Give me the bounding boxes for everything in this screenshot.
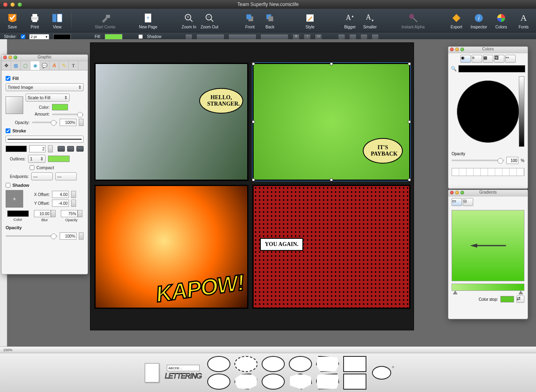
cloud-balloon-icon[interactable]	[289, 356, 312, 372]
jagged-balloon-icon[interactable]	[234, 374, 258, 390]
color-wheel-tab[interactable]: ◉	[460, 55, 471, 63]
color-palettes-tab[interactable]: ▦	[483, 55, 493, 63]
tab-effect[interactable]: ✎	[59, 61, 69, 70]
image-palette-tab[interactable]: 🖼	[494, 55, 504, 63]
saved-swatches[interactable]	[452, 168, 524, 176]
endpoint-start-select[interactable]: —	[31, 172, 53, 180]
fill-checkbox[interactable]	[6, 76, 10, 81]
new-page-button[interactable]: + New Page	[139, 12, 157, 29]
burst-balloon-icon[interactable]	[316, 356, 339, 372]
zoom-icon[interactable]	[14, 56, 17, 59]
speech-balloon-icon[interactable]	[207, 356, 230, 372]
blur-field[interactable]: 10.00	[34, 210, 51, 217]
resize-handle[interactable]	[252, 62, 255, 65]
view-button[interactable]: View	[49, 12, 66, 29]
stroke-pos-3[interactable]	[76, 146, 84, 152]
fill-color-swatch[interactable]	[105, 34, 122, 40]
whisper-balloon-icon[interactable]	[234, 356, 258, 372]
tab-text[interactable]: T	[69, 61, 78, 70]
align-left-button[interactable]	[185, 34, 192, 40]
shadow-color-swatch[interactable]	[7, 210, 29, 217]
shout-balloon-icon[interactable]	[289, 374, 312, 390]
tab-panel[interactable]: ▢	[21, 61, 30, 70]
radial-gradient-tab[interactable]: ◎	[463, 198, 473, 206]
zoom-in-button[interactable]: + Zoom In	[180, 12, 197, 29]
comic-panel-2[interactable]: IT'S PAYBACK	[252, 63, 410, 181]
stepper[interactable]	[48, 145, 53, 152]
close-icon[interactable]	[450, 191, 454, 194]
color-wheel[interactable]	[457, 80, 519, 143]
zoom-icon[interactable]	[460, 191, 464, 194]
stroke-style-select[interactable]	[6, 136, 84, 143]
comic-panel-4[interactable]: YOU AGAIN.	[252, 185, 410, 309]
front-button[interactable]: Front	[242, 12, 258, 29]
gradient-stop-handle[interactable]	[518, 290, 523, 294]
fill-opacity-slider[interactable]	[32, 122, 57, 123]
gradient-bar[interactable]	[452, 284, 524, 291]
minimize-window-icon[interactable]	[10, 2, 15, 7]
sound-effect-text[interactable]: KAPOW!	[154, 269, 246, 307]
bigger-button[interactable]: A▲ Bigger	[342, 12, 358, 29]
minimize-icon[interactable]	[455, 191, 459, 194]
x-offset-field[interactable]: 4.00	[52, 191, 69, 198]
rect-balloon-icon[interactable]	[343, 356, 366, 372]
tab-balloon[interactable]: 💬	[40, 61, 50, 70]
stroke-checkbox[interactable]	[6, 128, 10, 133]
fill-image-well[interactable]	[6, 96, 23, 114]
start-comic-button[interactable]: Start Comic	[95, 12, 116, 29]
gradient-direction-arrow[interactable]	[470, 244, 506, 248]
resize-handle[interactable]	[408, 178, 411, 181]
font-family-select[interactable]	[196, 34, 224, 40]
stroke-toggle[interactable]	[21, 34, 25, 39]
stepper[interactable]	[51, 210, 56, 217]
add-balloon-icon[interactable]	[372, 366, 391, 380]
fill-mode-select[interactable]: Tinted Image⇕	[6, 83, 84, 91]
gradient-preview[interactable]	[452, 210, 524, 281]
stepper[interactable]	[71, 200, 76, 207]
comic-canvas[interactable]: HELLO, STRANGER. IT'S PAYBACK KAPOW! YOU…	[90, 42, 414, 330]
color-sliders-tab[interactable]: ≡	[472, 55, 482, 63]
caption-template[interactable]: ABCDE…	[167, 365, 200, 371]
resize-handle[interactable]	[330, 178, 333, 181]
shadow-opacity-field[interactable]: 75%	[61, 210, 78, 217]
fill-opacity-field[interactable]: 100%	[60, 119, 76, 126]
speech-bubble-1[interactable]: HELLO, STRANGER.	[199, 88, 243, 114]
stepper[interactable]	[71, 191, 76, 198]
lettering-template[interactable]: LETTERING	[165, 372, 202, 380]
tab-fill[interactable]: ◉	[30, 61, 40, 70]
shadow-toggle[interactable]	[138, 34, 143, 39]
close-window-icon[interactable]	[3, 2, 8, 7]
comic-panel-3[interactable]: KAPOW!	[94, 185, 248, 309]
smaller-button[interactable]: A▼ Smaller	[362, 12, 378, 29]
speech-balloon-2-icon[interactable]	[207, 374, 230, 390]
stepper[interactable]	[79, 119, 84, 126]
amount-slider[interactable]	[52, 114, 84, 115]
stroke-color-swatch[interactable]	[6, 146, 27, 152]
minimize-icon[interactable]	[8, 56, 12, 59]
rounded-rect-balloon-icon[interactable]	[343, 374, 366, 390]
outlines-select[interactable]: 1⇕	[28, 155, 46, 163]
font-size-select[interactable]	[228, 34, 256, 40]
oval-balloon-icon[interactable]	[262, 374, 285, 390]
style-button[interactable]: Style	[302, 12, 318, 29]
brightness-slider[interactable]	[519, 76, 524, 147]
align-button-1[interactable]	[338, 34, 345, 40]
underline-button[interactable]: U	[315, 34, 322, 40]
resize-handle[interactable]	[252, 120, 255, 123]
close-icon[interactable]	[450, 48, 454, 51]
resize-handle[interactable]	[252, 178, 255, 181]
y-offset-field[interactable]: -4.00	[52, 200, 69, 207]
inspector-button[interactable]: i Inspector	[470, 12, 487, 29]
gradients-panel[interactable]: Gradients ▭ ◎ Color stop: ⇄	[448, 190, 528, 319]
tab-arrange[interactable]: ✥	[2, 61, 11, 70]
align-button-2[interactable]	[349, 34, 356, 40]
linear-gradient-tab[interactable]: ▭	[452, 198, 462, 206]
swap-stops-button[interactable]: ⇄	[516, 296, 524, 303]
wobble-balloon-icon[interactable]	[316, 374, 339, 390]
italic-button[interactable]: I	[304, 34, 311, 40]
endpoint-end-select[interactable]: —	[55, 172, 77, 180]
shadow-angle-well[interactable]: +	[6, 190, 23, 208]
stroke-width-field[interactable]: 2	[29, 145, 46, 152]
zoom-icon[interactable]	[460, 48, 464, 51]
gradient-stop-handle[interactable]	[453, 290, 458, 294]
